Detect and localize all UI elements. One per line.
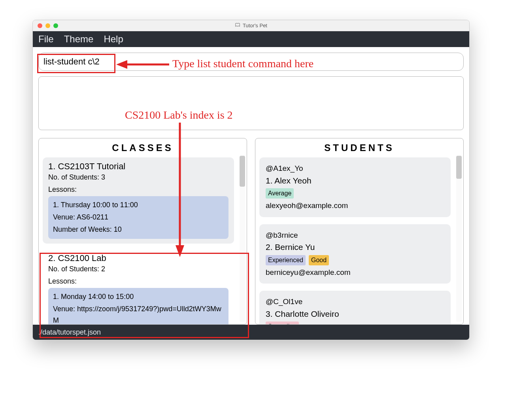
- student-handle: @b3rnice: [266, 230, 444, 241]
- student-name: 2. Bernice Yu: [266, 241, 444, 254]
- student-tag: Good: [309, 255, 329, 265]
- menu-theme[interactable]: Theme: [64, 34, 94, 45]
- classes-panel: CLASSES 1. CS2103T Tutorial No. of Stude…: [38, 138, 247, 325]
- result-display: [38, 76, 464, 130]
- student-card[interactable]: @A1ex_Yo 1. Alex Yeoh Average alexyeoh@e…: [259, 157, 451, 217]
- lesson-time: 1. Thursday 10:00 to 11:00: [53, 199, 224, 211]
- class-card[interactable]: 1. CS2103T Tutorial No. of Students: 3 L…: [43, 157, 234, 244]
- student-tag: Average: [266, 188, 294, 199]
- student-email: berniceyu@example.com: [266, 267, 444, 278]
- student-handle: @C_Ol1ve: [266, 296, 444, 308]
- class-title: 2. CS2100 Lab: [48, 253, 228, 263]
- class-student-count: No. of Students: 2: [48, 265, 228, 273]
- class-title: 1. CS2103T Tutorial: [48, 161, 228, 172]
- lesson-time: 1. Monday 14:00 to 15:00: [53, 291, 224, 303]
- app-window: Tutor's Pet File Theme Help CLASSES 1. C…: [32, 20, 470, 340]
- student-card[interactable]: @b3rnice 2. Bernice Yu Experienced Good …: [259, 224, 451, 284]
- lesson-weeks: Number of Weeks: 10: [53, 224, 224, 235]
- students-scrollbar[interactable]: [456, 155, 462, 322]
- menu-file[interactable]: File: [38, 34, 54, 45]
- menubar: File Theme Help: [33, 31, 469, 47]
- status-path: ./data/tutorspet.json: [38, 328, 101, 337]
- lessons-label: Lessons:: [48, 277, 228, 286]
- student-name: 1. Alex Yeoh: [266, 174, 444, 187]
- lesson-card: 1. Thursday 10:00 to 11:00 Venue: AS6-02…: [48, 196, 228, 239]
- classes-scrollbar[interactable]: [240, 155, 245, 322]
- student-tag: Experienced: [266, 255, 306, 265]
- classes-panel-title: CLASSES: [43, 142, 243, 153]
- lesson-venue: Venue: https://zoom/j/95317249?)pwd=Ulld…: [53, 303, 224, 325]
- class-student-count: No. of Students: 3: [48, 173, 228, 182]
- class-card[interactable]: 2. CS2100 Lab No. of Students: 2 Lessons…: [43, 249, 234, 325]
- titlebar: Tutor's Pet: [33, 20, 469, 31]
- lesson-card: 1. Monday 14:00 to 15:00 Venue: https://…: [48, 288, 228, 325]
- app-icon: [235, 22, 240, 29]
- content-area: CLASSES 1. CS2103T Tutorial No. of Stude…: [33, 47, 469, 325]
- student-name: 3. Charlotte Oliveiro: [266, 308, 444, 320]
- command-input-wrap: [38, 53, 464, 71]
- student-card[interactable]: @C_Ol1ve 3. Charlotte Oliveiro Strugglin…: [259, 291, 451, 325]
- lesson-venue: Venue: AS6-0211: [53, 212, 224, 223]
- statusbar: ./data/tutorspet.json: [33, 325, 469, 340]
- student-tag: Struggling: [266, 322, 299, 325]
- menu-help[interactable]: Help: [104, 34, 123, 45]
- student-handle: @A1ex_Yo: [266, 163, 444, 174]
- lessons-label: Lessons:: [48, 185, 228, 194]
- students-panel-title: STUDENTS: [259, 142, 459, 153]
- window-title: Tutor's Pet: [243, 23, 267, 28]
- command-input[interactable]: [43, 57, 459, 67]
- student-email: alexyeoh@example.com: [266, 200, 444, 212]
- students-panel: STUDENTS @A1ex_Yo 1. Alex Yeoh Average a…: [255, 138, 464, 325]
